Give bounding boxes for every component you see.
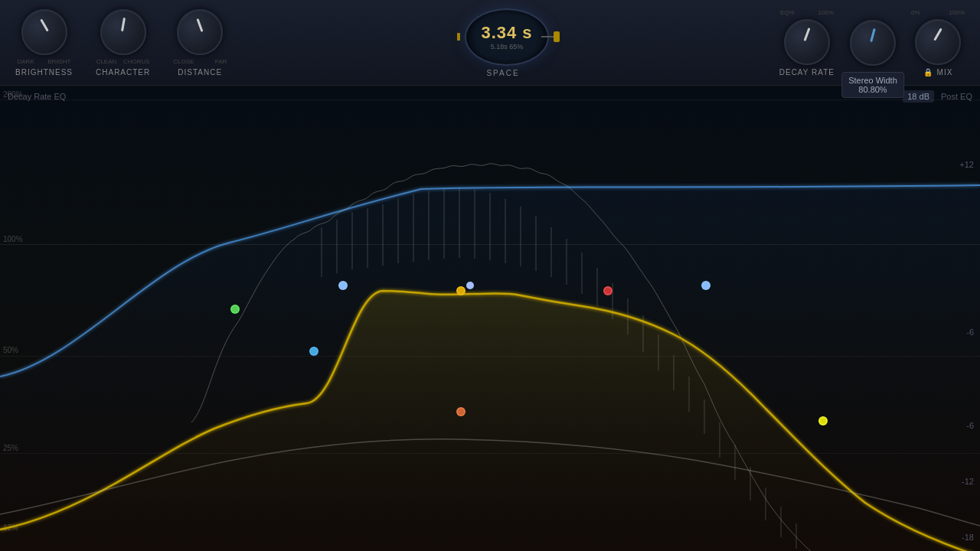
eq-visualization [0,86,980,551]
controls-right: EQ% 100% DECAY RATE Stereo Width 80.80% … [779,9,965,77]
cp-blue-low[interactable] [309,347,318,356]
cp-red[interactable] [603,286,612,295]
mix-knob-container [915,19,961,65]
character-knob-container [100,9,146,55]
distance-sublabel: CLOSEFAR [173,58,227,65]
controls-left: DARKBRIGHT BRIGHTNESS CLEANCHORUS CHARAC… [15,9,227,77]
distance-knob[interactable] [177,9,223,55]
cp-orange[interactable] [456,407,466,416]
top-controls-bar: DARKBRIGHT BRIGHTNESS CLEANCHORUS CHARAC… [0,0,980,86]
time-display[interactable]: 3.34 s 5.18s 65% [465,8,549,66]
character-sublabel: CLEANCHORUS [96,58,150,65]
distance-label: DISTANCE [178,68,222,77]
cp-blue-right-top[interactable] [701,281,710,290]
stereo-knob-container [850,20,896,66]
distance-group: CLOSEFAR DISTANCE [173,9,227,77]
decay-knob-container [784,19,830,65]
brightness-label: BRIGHTNESS [15,68,73,77]
space-label: SPACE [486,69,519,77]
cp-green[interactable] [230,305,240,314]
stereo-tooltip-label: Stereo Width [848,76,897,85]
character-group: CLEANCHORUS CHARACTER [96,9,150,77]
cp-blue-top-left[interactable] [338,281,348,290]
character-knob[interactable] [100,9,146,55]
lock-icon: 🔒 [923,68,933,77]
decay-knob[interactable] [784,19,830,65]
cp-yellow-left[interactable] [456,286,466,295]
stereo-knob[interactable] [850,20,896,66]
brightness-knob-container [21,9,67,55]
brightness-group: DARKBRIGHT BRIGHTNESS [15,9,73,77]
cp-blue-top-center[interactable] [466,282,474,289]
time-value: 3.34 s [481,23,532,43]
stereo-width-group: Stereo Width 80.80% [850,20,896,66]
distance-knob-container [177,9,223,55]
time-sub: 5.18s 65% [491,43,524,51]
cp-yellow-right[interactable] [818,416,828,425]
decay-rate-group: EQ% 100% DECAY RATE [779,9,835,77]
stereo-tooltip: Stereo Width 80.80% [841,72,904,98]
brightness-knob[interactable] [21,9,67,55]
main-eq-area: Decay Rate EQ Post EQ 18 dB 200% 100% 50… [0,86,980,551]
decay-top-labels: EQ% 100% [780,9,834,16]
output-indicator [554,31,560,42]
mix-group: 0% 100% 🔒 MIX [911,9,965,77]
input-indicator [457,33,460,41]
mix-knob[interactable] [915,19,961,65]
center-display: 3.34 s 5.18s 65% SPACE [457,8,549,77]
mix-top-labels: 0% 100% [911,9,965,16]
character-label: CHARACTER [96,68,150,77]
stereo-tooltip-value: 80.80% [848,85,897,94]
mix-label: MIX [937,68,953,77]
brightness-sublabel: DARKBRIGHT [18,58,71,65]
decay-label: DECAY RATE [779,68,835,77]
